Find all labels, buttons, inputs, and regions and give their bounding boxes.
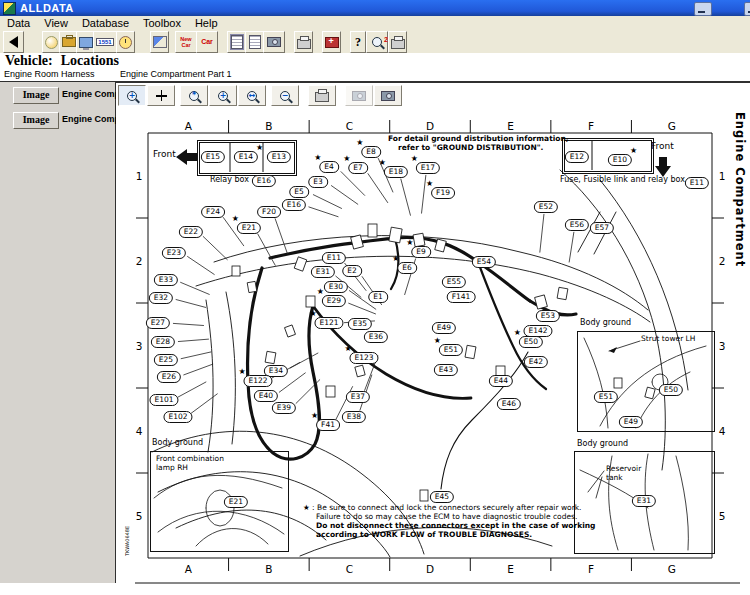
document-f-button[interactable] [227,31,246,53]
menu-toolbox[interactable]: Toolbox [136,16,188,30]
print-icon [297,39,311,49]
viewer-toolbar: +*+↔− [118,85,403,106]
pan-button[interactable] [147,85,175,106]
car-select-icon: Car [201,39,213,45]
camera-button[interactable] [263,31,285,53]
toolbox-kit-icon [325,37,339,48]
car-select-button[interactable]: Car [196,31,218,53]
zoom-plus-icon: + [218,91,228,101]
document-f-icon [231,35,243,49]
zoom-out-button[interactable]: − [271,85,299,106]
sidebar-image-list: ImageEngine CompartImageEngine Compart [0,82,116,583]
vehicle-label: Vehicle: [5,53,53,68]
document-button[interactable] [245,31,264,53]
zoom-in-button[interactable]: + [118,85,146,106]
image-button-1[interactable]: Image [13,87,59,104]
print-preview-icon [391,39,405,49]
print-button[interactable] [294,31,313,53]
new-car-button[interactable]: New Car [175,31,197,53]
repair-brush-button[interactable] [150,31,169,53]
document-icon [249,35,261,49]
zoom-out-icon: − [280,91,290,101]
back-button[interactable] [3,31,24,53]
vehicle-bar: Vehicle:Locations [0,53,750,68]
copy-image-button[interactable] [345,85,373,106]
camera-icon [267,37,281,47]
print-image-icon [315,92,329,102]
menu-help[interactable]: Help [188,16,225,30]
window-button-partial[interactable] [744,2,750,16]
title-bar: ALLDATA [0,0,750,16]
app-window: ALLDATA DataViewDatabaseToolboxHelp 1551… [0,0,750,595]
new-car-icon: New Car [180,36,191,48]
export-image-button[interactable] [374,85,402,106]
vehicle-report-icon [45,36,58,49]
tabs-row: Engine Room Harness Engine Compartment P… [0,68,750,82]
window-title: ALLDATA [20,2,74,14]
menu-data[interactable]: Data [0,16,37,30]
image-list-item: ImageEngine Compart [0,110,115,132]
minimize-button[interactable] [694,2,712,16]
repair-brush-icon [153,36,167,48]
pan-icon [156,90,167,101]
copy-image-icon [352,91,366,101]
search-magnifier-button[interactable]: 2 [366,31,388,53]
tab-engine-compartment-part1: Engine Compartment Part 1 [120,69,232,79]
main-toolbar: 1551New CarCar?2 [0,30,750,54]
vehicle-value: Locations [61,53,119,68]
history-clock-button[interactable] [116,31,135,53]
odometer-button[interactable]: 1551 [93,31,117,53]
zoom-plus-button[interactable]: + [209,85,237,106]
zoom-dynamic-icon: * [189,91,199,101]
history-clock-icon [119,36,132,49]
menu-bar: DataViewDatabaseToolboxHelp [0,16,750,31]
component-search-icon [79,37,93,48]
image-viewer-panel: +*+↔− [116,82,750,595]
help-icon: ? [355,35,361,50]
export-image-icon [381,91,395,101]
zoom-width-button[interactable]: ↔ [238,85,266,106]
image-list-item: ImageEngine Compart [0,85,115,107]
menu-database[interactable]: Database [75,16,136,30]
menu-view[interactable]: View [37,16,75,30]
app-logo-icon [3,2,16,15]
toolbox-kit-button[interactable] [322,31,341,53]
zoom-width-icon: ↔ [247,91,257,101]
print-image-button[interactable] [308,85,336,106]
search-magnifier-icon: 2 [372,37,382,47]
briefcase-icon [62,37,76,47]
zoom-dynamic-button[interactable]: * [180,85,208,106]
image-button-2[interactable]: Image [13,112,59,129]
zoom-in-icon: + [127,91,137,101]
odometer-icon: 1551 [96,38,113,46]
help-button[interactable]: ? [350,31,366,53]
tab-engine-room-harness: Engine Room Harness [4,69,95,79]
print-preview-button[interactable] [388,31,407,53]
back-icon [9,36,18,48]
